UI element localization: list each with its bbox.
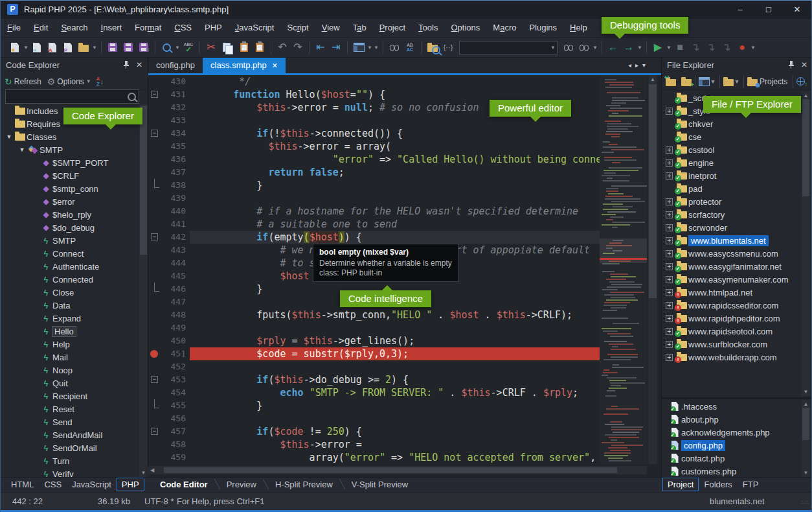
gutter-fold-column[interactable] [148, 360, 164, 373]
expand-plus-icon[interactable]: + [666, 276, 673, 283]
editor-horizontal-scrollbar[interactable]: ◀ [148, 466, 647, 474]
undo-icon[interactable]: ↶ [275, 40, 289, 55]
folder-item-www.webuilderapp.com[interactable]: +!www.webuilderapp.com [662, 351, 801, 364]
expand-plus-icon[interactable]: + [666, 315, 673, 322]
gutter-fold-column[interactable] [148, 412, 164, 425]
options-dropdown-icon[interactable]: ▼ [86, 78, 91, 84]
folder-item-scrwonder[interactable]: +✓scrwonder [662, 221, 801, 234]
line-number[interactable]: 432 [164, 101, 190, 114]
quick-search-combo[interactable]: ▼ [457, 40, 560, 55]
expand-plus-icon[interactable]: + [666, 211, 673, 218]
menu-insert[interactable]: Insert [95, 19, 129, 32]
find-previous-icon[interactable] [577, 40, 591, 55]
code-text[interactable]: $rply = $this->get_lines(); [190, 334, 600, 347]
gutter-fold-column[interactable] [148, 283, 164, 296]
code-tree-item-help[interactable]: ϟHelp [1, 338, 139, 351]
menu-options[interactable]: Options [444, 19, 486, 32]
line-number[interactable]: 454 [164, 386, 190, 399]
document-format-icon[interactable]: A [45, 40, 60, 55]
expand-plus-icon[interactable]: + [666, 341, 673, 348]
code-text[interactable]: $this->error = [190, 438, 600, 451]
code-line-457[interactable]: −457 if($code != 250) { [148, 425, 600, 438]
panel-dropdown-icon[interactable]: ▼ [367, 45, 373, 51]
gutter-fold-column[interactable]: − [148, 373, 164, 386]
folder-item-www.surfblocker.com[interactable]: +✓www.surfblocker.com [662, 338, 801, 351]
tab-v-split-preview[interactable]: V-Split Preview [343, 478, 417, 491]
find-in-files-icon[interactable] [387, 40, 401, 55]
code-text[interactable]: */ [190, 75, 600, 88]
gutter-fold-column[interactable]: − [148, 88, 164, 101]
php-document-icon[interactable]: P [61, 40, 75, 55]
code-line-439[interactable]: 439 [148, 192, 600, 205]
gutter-fold-column[interactable] [148, 244, 164, 257]
menu-project[interactable]: Project [373, 19, 412, 32]
folders-dropdown-icon[interactable]: ▼ [734, 78, 740, 85]
line-number[interactable]: 440 [164, 205, 190, 218]
minimap[interactable] [600, 75, 647, 464]
code-explorer-search-input[interactable] [5, 89, 139, 104]
maximize-button[interactable]: □ [754, 1, 783, 19]
close-panel-icon[interactable]: ✕ [801, 60, 807, 69]
code-line-438[interactable]: 438 } [148, 179, 600, 192]
line-number[interactable]: 443 [164, 244, 190, 257]
close-tab-icon[interactable]: ✕ [272, 62, 278, 69]
code-text[interactable]: $this->error = array( [190, 140, 600, 153]
code-line-449[interactable]: 449 [148, 321, 600, 334]
line-number[interactable]: 450 [164, 334, 190, 347]
file-item-contact.php[interactable]: ✓contact.php [662, 452, 801, 465]
code-text[interactable]: # a suitable one to send [190, 218, 600, 231]
folder-item-pad[interactable]: ✓pad [662, 182, 801, 195]
refresh-icon[interactable]: ↻ [5, 76, 12, 87]
record-macro-icon[interactable]: ● [735, 40, 749, 55]
folder-item-www.easycssmenu.com[interactable]: +✓www.easycssmenu.com [662, 247, 801, 260]
refresh-label[interactable]: Refresh [14, 77, 41, 86]
folder-item-protector[interactable]: +✓protector [662, 195, 801, 208]
tab-php[interactable]: PHP [117, 478, 144, 491]
line-number[interactable]: 435 [164, 140, 190, 153]
code-tree-item-noop[interactable]: ϟNoop [1, 364, 139, 377]
step-over-icon[interactable]: ↴ [688, 40, 703, 55]
tab-html[interactable]: HTML [6, 478, 39, 491]
folders-icon[interactable] [723, 79, 734, 86]
code-tree-item-connect[interactable]: ϟConnect [1, 247, 139, 260]
code-text[interactable]: function Hello($host="") { [190, 88, 600, 101]
line-number[interactable]: 459 [164, 451, 190, 464]
tab-preview[interactable]: Preview [218, 478, 265, 491]
gutter-fold-column[interactable] [148, 270, 164, 283]
expand-plus-icon[interactable]: + [666, 328, 673, 335]
line-number[interactable]: 436 [164, 153, 190, 166]
open-folder-icon[interactable] [76, 40, 91, 55]
record-dropdown-icon[interactable]: ▼ [750, 45, 756, 51]
run-dropdown-icon[interactable]: ▼ [666, 45, 672, 51]
line-number[interactable]: 439 [164, 192, 190, 205]
step-into-icon[interactable]: ↴ [704, 40, 718, 55]
code-tree-item-recipient[interactable]: ϟRecipient [1, 390, 139, 402]
minimize-button[interactable]: – [726, 1, 754, 19]
expand-plus-icon[interactable]: + [666, 159, 673, 167]
gutter-fold-column[interactable]: − [148, 425, 164, 438]
folder-item-www.rapidcsseditor.com[interactable]: +!www.rapidcsseditor.com [662, 299, 801, 312]
view-mode-icon[interactable] [699, 77, 710, 86]
menu-css[interactable]: CSS [168, 19, 198, 32]
line-number[interactable]: 444 [164, 257, 190, 270]
explore-folder-icon[interactable] [425, 40, 440, 55]
paste-special-icon[interactable] [253, 40, 267, 55]
gutter-fold-column[interactable] [148, 438, 164, 451]
line-number[interactable]: 438 [164, 179, 190, 192]
run-icon[interactable]: ▶ [651, 40, 665, 55]
code-text[interactable] [190, 192, 600, 205]
cut-icon[interactable]: ✂ [204, 40, 218, 55]
code-tree-item-verify[interactable]: ϟVerify [1, 467, 139, 477]
folder-item-www.easygifanimator.net[interactable]: +✓www.easygifanimator.net [662, 260, 801, 273]
code-line-430[interactable]: 430 */ [148, 75, 600, 88]
fold-collapse-icon[interactable]: − [151, 233, 158, 240]
menu-script[interactable]: Script [280, 19, 315, 32]
menu-javascript[interactable]: JavaScript [229, 19, 281, 32]
scroll-left-icon[interactable]: ◀ [150, 467, 154, 473]
code-tree-item-data[interactable]: ϟData [1, 299, 139, 312]
line-number[interactable]: 451 [164, 347, 190, 360]
code-tree-item-reset[interactable]: ϟReset [1, 402, 139, 415]
code-tree-item-send[interactable]: ϟSend [1, 415, 139, 428]
line-number[interactable]: 457 [164, 425, 190, 438]
expand-plus-icon[interactable]: + [666, 146, 673, 154]
